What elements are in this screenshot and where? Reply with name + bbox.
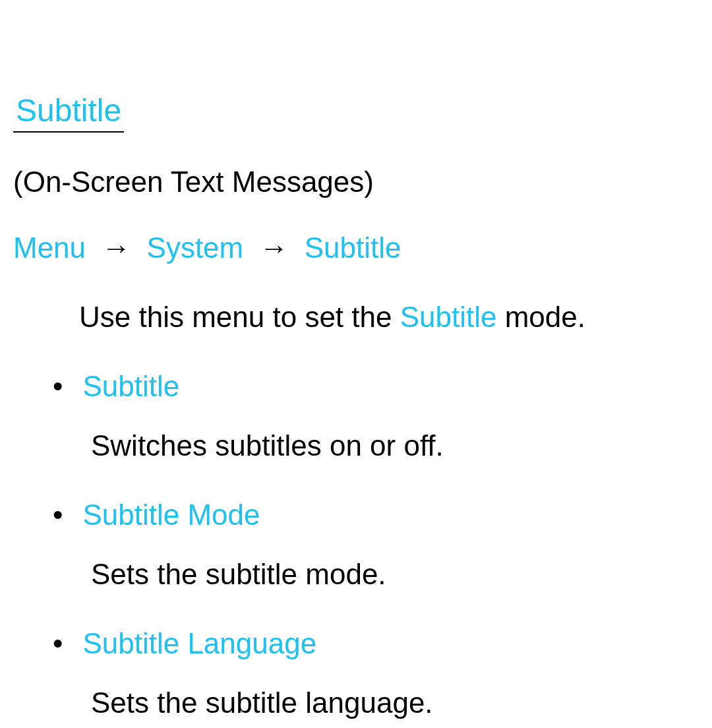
- intro-text: Use this menu to set the Subtitle mode.: [79, 301, 699, 334]
- arrow-right-icon: →: [102, 231, 131, 264]
- page-title: Subtitle: [13, 92, 124, 133]
- arrow-right-icon: →: [259, 231, 288, 264]
- bullet-icon: •: [53, 501, 63, 530]
- bullet-icon: •: [53, 629, 63, 658]
- list-item: • Subtitle Language Sets the subtitle la…: [53, 627, 699, 719]
- bullet-icon: •: [53, 372, 63, 401]
- breadcrumb-subtitle[interactable]: Subtitle: [305, 231, 401, 264]
- list-item: • Subtitle Mode Sets the subtitle mode.: [53, 499, 699, 591]
- intro-highlight: Subtitle: [400, 301, 497, 333]
- option-subtitle[interactable]: Subtitle: [82, 370, 179, 403]
- option-desc: Sets the subtitle mode.: [91, 558, 699, 591]
- option-desc: Switches subtitles on or off.: [91, 429, 699, 462]
- breadcrumb-system[interactable]: System: [147, 231, 244, 264]
- breadcrumb-menu[interactable]: Menu: [13, 231, 86, 264]
- intro-suffix: mode.: [496, 301, 585, 333]
- option-desc: Sets the subtitle language.: [91, 686, 699, 719]
- option-subtitle-language[interactable]: Subtitle Language: [82, 627, 316, 660]
- page-subhead: (On-Screen Text Messages): [13, 166, 699, 198]
- breadcrumb: Menu → System → Subtitle: [13, 231, 699, 264]
- options-list: • Subtitle Switches subtitles on or off.…: [53, 370, 699, 719]
- list-item: • Subtitle Switches subtitles on or off.: [53, 370, 699, 462]
- intro-prefix: Use this menu to set the: [79, 301, 400, 333]
- option-subtitle-mode[interactable]: Subtitle Mode: [82, 499, 260, 531]
